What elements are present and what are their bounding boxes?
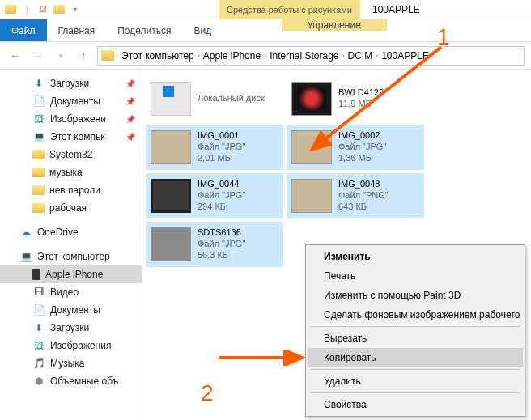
tree-item-label: Этот компьютер: [37, 251, 110, 262]
menu-item[interactable]: Копировать: [308, 348, 523, 367]
file-info: IMG_0044Файл "JPG"294 КБ: [198, 179, 245, 212]
tree-item[interactable]: 🖼Изображения: [0, 337, 142, 354]
tree-item[interactable]: ⬇Загрузки📌: [0, 74, 142, 92]
file-item[interactable]: Локальный диск: [146, 76, 283, 121]
ribbon-tab-view[interactable]: Вид: [182, 19, 223, 41]
menu-item[interactable]: Изменить: [308, 247, 523, 266]
tree-item-label: Apple iPhone: [45, 269, 103, 280]
tree-item[interactable]: Apple iPhone: [0, 265, 142, 283]
breadcrumb-seg[interactable]: DCIM: [346, 50, 375, 62]
nav-back-button[interactable]: ←: [6, 47, 24, 65]
tree-item-label: рабочая: [49, 202, 87, 214]
tree-item[interactable]: нев пароли: [0, 181, 142, 199]
breadcrumb-seg[interactable]: 100APPLE: [380, 50, 431, 62]
tree-item-label: Документы: [50, 95, 100, 107]
file-tab[interactable]: Файл: [0, 19, 47, 41]
pin-icon: 📌: [125, 133, 135, 142]
tree-item-thispc[interactable]: 💻Этот компьютер: [0, 248, 142, 265]
chevron-right-icon: ›: [264, 52, 266, 60]
tree-item-onedrive[interactable]: ☁OneDrive: [0, 223, 142, 241]
ribbon-context-title: Средства работы с рисунками: [219, 0, 360, 19]
file-item[interactable]: IMG_0048Файл "PNG"643 КБ: [287, 173, 424, 218]
file-size: 56,3 КБ: [198, 250, 245, 261]
tree-item-label: музыка: [49, 167, 83, 178]
file-size: 2,01 МБ: [198, 153, 245, 164]
nav-recent-dropdown[interactable]: ▾: [52, 47, 70, 65]
chevron-right-icon: ›: [116, 52, 118, 60]
file-item[interactable]: IMG_0002Файл "JPG"1,36 МБ: [287, 125, 424, 170]
file-item[interactable]: IMG_0001Файл "JPG"2,01 МБ: [146, 125, 283, 170]
menu-separator: [311, 326, 520, 327]
chevron-right-icon: ›: [198, 52, 200, 60]
tree-item[interactable]: 💻Этот компьк📌: [0, 128, 142, 146]
titlebar: | ☑ ▾ Средства работы с рисунками 100APP…: [0, 0, 531, 19]
file-type: Файл "JPG": [338, 142, 386, 153]
file-type: Локальный диск: [198, 93, 265, 104]
address-bar[interactable]: › Этот компьютер › Apple iPhone › Intern…: [97, 46, 525, 66]
menu-item[interactable]: Сделать фоновым изображением рабочего ст…: [308, 305, 523, 325]
file-list: Локальный дискBWLD412911,9 МБIMG_0001Фай…: [146, 76, 528, 267]
tree-item[interactable]: рабочая: [0, 199, 142, 217]
file-item[interactable]: SDTS6136Файл "JPG"56,3 КБ: [146, 222, 283, 267]
tree-item[interactable]: 📄Документы: [0, 301, 142, 319]
tree-item-label: Музыка: [50, 358, 84, 369]
file-size: 294 КБ: [198, 202, 245, 213]
tree-item[interactable]: ⬢Объемные объ: [0, 372, 142, 390]
nav-forward-button[interactable]: →: [29, 47, 47, 65]
file-size: 11,9 МБ: [338, 99, 384, 110]
menu-item[interactable]: Изменить с помощью Paint 3D: [308, 286, 523, 305]
chevron-right-icon: ›: [376, 52, 378, 60]
file-info: BWLD412911,9 МБ: [338, 87, 384, 110]
ribbon-tab-home[interactable]: Главная: [47, 19, 107, 41]
pin-icon: 📌: [125, 115, 135, 124]
file-info: IMG_0002Файл "JPG"1,36 МБ: [338, 130, 386, 163]
ribbon-tab-manage[interactable]: Управление: [282, 19, 387, 31]
ribbon: Файл Главная Поделиться Вид Управление: [0, 19, 531, 42]
file-type: Файл "PNG": [338, 190, 389, 202]
file-type: Файл "JPG": [198, 190, 245, 202]
quick-access-toolbar: | ☑ ▾: [0, 2, 83, 17]
tree-item[interactable]: 📄Документы📌: [0, 92, 142, 110]
menu-item[interactable]: Удалить: [308, 371, 523, 391]
tree-item[interactable]: музыка: [0, 163, 142, 181]
tree-item-label: Этот компьк: [50, 131, 105, 142]
file-type: Файл "JPG": [198, 142, 245, 153]
folder-icon: [101, 50, 114, 61]
breadcrumb-seg[interactable]: Этот компьютер: [120, 50, 196, 62]
file-name: IMG_0044: [198, 179, 245, 190]
file-item[interactable]: BWLD412911,9 МБ: [287, 76, 424, 121]
tree-item-label: Видео: [50, 286, 79, 298]
annotation-number-2: 2: [201, 380, 214, 406]
folder-icon: [3, 2, 18, 17]
check-icon: ☑: [36, 2, 50, 17]
menu-item[interactable]: Вырезать: [308, 329, 523, 348]
pin-icon: 📌: [125, 79, 135, 88]
menu-item[interactable]: Печать: [308, 266, 523, 286]
breadcrumb-seg[interactable]: Apple iPhone: [202, 50, 262, 62]
tree-item[interactable]: 🎵Музыка: [0, 354, 142, 372]
tree-item[interactable]: ⬇Загрузки: [0, 319, 142, 337]
file-thumbnail: [151, 130, 191, 164]
tree-item[interactable]: System32: [0, 146, 142, 163]
file-name: SDTS6136: [198, 227, 245, 239]
file-item[interactable]: IMG_0044Файл "JPG"294 КБ: [146, 173, 283, 218]
tree-item[interactable]: 🖼Изображени📌: [0, 110, 142, 128]
tree-item[interactable]: 🎞Видео: [0, 283, 142, 301]
chevron-right-icon: ›: [342, 52, 345, 60]
qat-dropdown-icon[interactable]: ▾: [68, 2, 83, 17]
pin-icon: 📌: [125, 97, 135, 106]
file-name: BWLD4129: [338, 87, 384, 99]
file-thumbnail: [151, 227, 191, 261]
file-size: 643 КБ: [338, 202, 389, 213]
breadcrumb-seg[interactable]: Internal Storage: [268, 50, 340, 62]
menu-item[interactable]: Свойства: [308, 395, 523, 414]
navbar: ← → ▾ ↑ › Этот компьютер › Apple iPhone …: [0, 42, 531, 70]
tree-item-label: Загрузки: [50, 322, 89, 333]
nav-up-button[interactable]: ↑: [74, 47, 92, 65]
annotation-number-1: 1: [437, 24, 450, 50]
file-info: SDTS6136Файл "JPG"56,3 КБ: [198, 227, 245, 261]
tree-item-label: Изображения: [50, 340, 111, 351]
ribbon-tab-share[interactable]: Поделиться: [106, 19, 182, 41]
file-thumbnail: [291, 82, 332, 116]
file-size: 1,36 МБ: [338, 153, 386, 164]
